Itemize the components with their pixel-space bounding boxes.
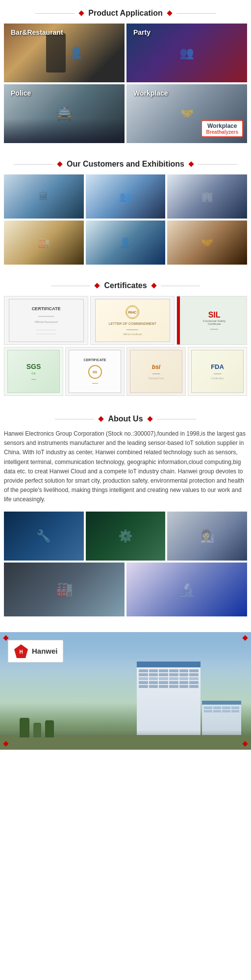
header-line-left xyxy=(14,164,53,165)
certificate-bsi: bsi ━━━━ Standard Cert xyxy=(126,347,186,396)
gallery-item: 🏭 xyxy=(4,220,84,265)
header-line-left xyxy=(51,286,90,286)
certificates-section: Certificates CERTIFICATE ━━━━━━━━ Offici… xyxy=(0,272,251,406)
certificate-fda: FDA ━━━━ Certification xyxy=(188,347,247,396)
diamond-right xyxy=(151,283,156,288)
about-photo-5: 🔬 xyxy=(126,563,247,616)
certificate-sgs: SGS CE ━━━ xyxy=(4,347,63,396)
gallery-item: 🤝 xyxy=(167,220,247,265)
about-photo-2: ⚙️ xyxy=(86,512,166,561)
bar-label: Bar&Restaurant xyxy=(7,26,67,38)
gallery-item: 👥 xyxy=(86,174,166,219)
diamond-right xyxy=(188,161,194,167)
cert-row-2: SGS CE ━━━ CERTIFICATE 99 ━━━━ bsi ━━━━ xyxy=(4,347,247,396)
cert-row-1: CERTIFICATE ━━━━━━━━ Official Document _… xyxy=(4,296,247,345)
gallery-item: 🏛 xyxy=(4,174,84,219)
product-application-header: Product Application xyxy=(0,0,251,24)
workplace-badge-line2: Breathalyzers xyxy=(206,129,238,135)
hanwei-name: Hanwei xyxy=(32,647,58,655)
header-line-left xyxy=(35,13,75,14)
header-line-right xyxy=(176,13,216,14)
product-application-title: Product Application xyxy=(88,9,162,18)
diamond-right xyxy=(147,416,152,421)
about-bottom-photos: 🏭 🔬 xyxy=(4,563,247,616)
hanwei-logo: H Hanwei xyxy=(8,640,63,662)
product-item-party: 👥 Party xyxy=(126,24,247,82)
certificate-2: RHC LETTER OF COMMENDMENT ━━━━━━ Officia… xyxy=(90,296,175,345)
workplace-badge-line1: Workplace xyxy=(206,122,238,129)
building-section: H Hanwei xyxy=(0,632,251,750)
customers-gallery: 🏛 👥 🏢 🏭 👤 🤝 xyxy=(0,174,251,272)
diamond-left xyxy=(79,10,84,16)
party-label: Party xyxy=(129,26,154,38)
svg-text:H: H xyxy=(19,649,23,655)
gallery-item: 🏢 xyxy=(167,174,247,219)
diamond-left xyxy=(99,416,104,421)
product-item-bar: 👤 Bar&Restaurant xyxy=(4,24,125,82)
about-text: Hanwei Electronics Group Corporation (St… xyxy=(4,429,247,505)
hanwei-icon: H xyxy=(13,643,29,659)
cert-seal: 99 xyxy=(88,365,102,379)
customers-title: Our Customers and Exhibitions xyxy=(67,160,184,169)
customers-section: Our Customers and Exhibitions 🏛 👥 🏢 🏭 xyxy=(0,151,251,272)
police-label: Police xyxy=(7,87,35,99)
product-item-police: 🚔 Police xyxy=(4,84,125,143)
trees xyxy=(20,718,54,737)
gallery-item: 👤 xyxy=(86,220,166,265)
cert-badge: RHC xyxy=(126,305,139,319)
header-line-right xyxy=(161,286,200,286)
sil-label: SIL xyxy=(208,311,221,319)
cert-text: CERTIFICATE ━━━━━━━━ Official Document _… xyxy=(32,306,61,335)
diamond-left xyxy=(95,283,100,288)
fda-text: FDA xyxy=(211,363,224,370)
product-grid: 👤 Bar&Restaurant 👥 Party 🚔 Police 🤝 xyxy=(0,24,251,151)
customers-header: Our Customers and Exhibitions xyxy=(0,151,251,174)
about-photo-3: 👩‍🔬 xyxy=(167,512,247,561)
header-line-left xyxy=(55,419,94,419)
diamond-left xyxy=(57,161,62,167)
certificate-sil: SIL Functional SafetyCertificate ━━━━ xyxy=(176,296,247,345)
header-line-right xyxy=(198,164,237,165)
about-photo-1: 🔧 xyxy=(4,512,84,561)
about-title: About Us xyxy=(108,415,143,423)
diamond-right xyxy=(167,10,172,16)
about-section: About Us Hanwei Electronics Group Corpor… xyxy=(0,406,251,632)
sgs-text: SGS xyxy=(26,363,41,370)
about-top-photos: 🔧 ⚙️ 👩‍🔬 xyxy=(4,512,247,561)
certificate-cert: CERTIFICATE 99 ━━━━ xyxy=(65,347,125,396)
certificates-header: Certificates xyxy=(0,272,251,296)
certificates-grid: CERTIFICATE ━━━━━━━━ Official Document _… xyxy=(0,296,251,406)
header-line-right xyxy=(157,419,196,419)
bsi-text: bsi xyxy=(152,364,160,370)
workplace-badge: Workplace Breathalyzers xyxy=(201,120,243,137)
workplace-label: Workplace xyxy=(129,87,172,99)
about-photo-4: 🏭 xyxy=(4,563,125,616)
certificate-1: CERTIFICATE ━━━━━━━━ Official Document _… xyxy=(4,296,88,345)
product-item-workplace: 🤝 Workplace Workplace Breathalyzers xyxy=(126,84,247,143)
about-content: Hanwei Electronics Group Corporation (St… xyxy=(0,429,251,632)
product-application-section: Product Application 👤 Bar&Restaurant 👥 P… xyxy=(0,0,251,151)
about-header: About Us xyxy=(0,406,251,429)
certificates-title: Certificates xyxy=(104,281,147,290)
